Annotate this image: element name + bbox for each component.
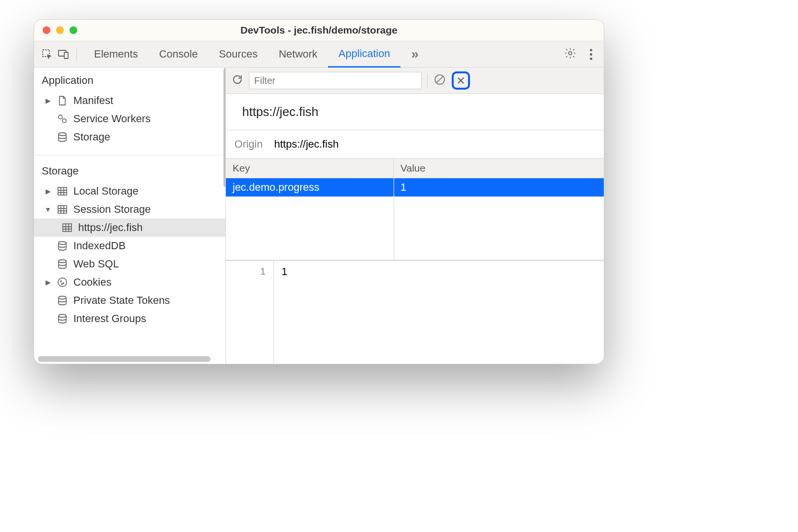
delete-selected-button[interactable] xyxy=(452,71,470,90)
table-body: jec.demo.progress 1 xyxy=(226,178,604,260)
scrollbar-thumb[interactable] xyxy=(223,68,226,187)
svg-point-14 xyxy=(63,283,64,284)
database-icon xyxy=(56,240,69,252)
database-icon xyxy=(56,312,69,325)
database-icon xyxy=(56,131,69,143)
table-icon xyxy=(61,221,73,234)
section-storage-title: Storage xyxy=(34,158,225,182)
refresh-icon[interactable] xyxy=(232,74,243,87)
svg-rect-2 xyxy=(64,52,68,58)
filter-input[interactable] xyxy=(254,72,416,89)
cell-value: 1 xyxy=(394,178,604,197)
content-toolbar xyxy=(226,68,604,94)
origin-heading: https://jec.fish xyxy=(226,94,604,130)
svg-rect-8 xyxy=(58,206,67,213)
sidebar-item-manifest[interactable]: ▶ Manifest xyxy=(34,92,225,110)
table-header: Key Value xyxy=(226,159,604,178)
titlebar: DevTools - jec.fish/demo/storage xyxy=(34,20,604,41)
svg-rect-7 xyxy=(58,187,67,195)
svg-point-12 xyxy=(58,278,67,287)
device-toolbar-icon[interactable] xyxy=(57,48,70,60)
line-number: 1 xyxy=(226,261,274,364)
tab-application[interactable]: Application xyxy=(328,41,401,68)
svg-point-16 xyxy=(59,296,66,299)
tab-console[interactable]: Console xyxy=(149,41,209,68)
sidebar-item-indexeddb[interactable]: IndexedDB xyxy=(34,237,225,255)
svg-point-10 xyxy=(59,242,66,244)
origin-value: https://jec.fish xyxy=(274,138,339,150)
svg-point-17 xyxy=(59,314,66,317)
sidebar-item-session-origin[interactable]: https://jec.fish xyxy=(34,219,225,237)
devtools-window: DevTools - jec.fish/demo/storage Element… xyxy=(34,19,604,364)
svg-point-3 xyxy=(569,52,572,55)
value-preview: 1 1 xyxy=(226,260,604,364)
sidebar-item-label: Session Storage xyxy=(73,203,151,216)
sidebar-item-label: https://jec.fish xyxy=(78,221,143,234)
more-options-icon[interactable] xyxy=(585,48,597,60)
origin-label: Origin xyxy=(235,138,263,150)
tab-sources[interactable]: Sources xyxy=(208,41,268,68)
svg-point-5 xyxy=(62,119,66,123)
sidebar-item-service-workers[interactable]: Service Workers xyxy=(34,110,225,128)
sidebar-item-label: Storage xyxy=(73,131,110,143)
sidebar-item-session-storage[interactable]: ▼ Session Storage xyxy=(34,200,225,219)
divider xyxy=(76,47,77,61)
database-icon xyxy=(56,258,69,270)
inspect-icon[interactable] xyxy=(41,48,53,60)
gears-icon xyxy=(56,113,69,125)
storage-content: https://jec.fish Origin https://jec.fish… xyxy=(226,68,604,364)
divider xyxy=(427,73,428,88)
sidebar-item-label: Interest Groups xyxy=(73,312,146,325)
cell-key: jec.demo.progress xyxy=(226,178,394,197)
storage-table: Key Value jec.demo.progress 1 xyxy=(226,159,604,260)
sidebar-item-websql[interactable]: Web SQL xyxy=(34,255,225,273)
sidebar-item-label: Service Workers xyxy=(73,113,151,125)
section-application-title: Application xyxy=(34,68,225,92)
horizontal-scrollbar[interactable] xyxy=(38,356,211,362)
svg-point-6 xyxy=(59,133,66,136)
database-icon xyxy=(56,294,69,307)
sidebar-item-private-state-tokens[interactable]: Private State Tokens xyxy=(34,291,225,310)
application-sidebar: Application ▶ Manifest Service Workers S… xyxy=(34,68,226,364)
svg-point-11 xyxy=(59,260,66,263)
main-area: Application ▶ Manifest Service Workers S… xyxy=(34,68,604,364)
sidebar-item-cookies[interactable]: ▶ Cookies xyxy=(34,273,225,291)
column-divider[interactable] xyxy=(394,178,394,260)
sidebar-item-label: Cookies xyxy=(73,276,111,289)
sidebar-item-label: Private State Tokens xyxy=(73,294,170,307)
sidebar-item-storage[interactable]: Storage xyxy=(34,128,225,146)
cookie-icon xyxy=(56,276,69,289)
origin-row: Origin https://jec.fish xyxy=(226,130,604,159)
sidebar-item-label: Manifest xyxy=(73,94,113,107)
column-value[interactable]: Value xyxy=(394,159,604,178)
panel-tabs: Elements Console Sources Network Applica… xyxy=(83,41,400,68)
sidebar-item-label: Local Storage xyxy=(73,185,139,197)
svg-rect-9 xyxy=(63,224,71,231)
file-icon xyxy=(56,94,69,107)
sidebar-item-local-storage[interactable]: ▶ Local Storage xyxy=(34,182,225,200)
main-toolbar: Elements Console Sources Network Applica… xyxy=(34,41,604,68)
window-title: DevTools - jec.fish/demo/storage xyxy=(34,24,604,36)
settings-icon[interactable] xyxy=(559,47,581,61)
preview-value: 1 xyxy=(274,261,295,364)
svg-point-15 xyxy=(61,284,62,285)
column-key[interactable]: Key xyxy=(226,159,394,178)
sidebar-item-label: IndexedDB xyxy=(73,240,126,252)
more-tabs-button[interactable]: » xyxy=(404,46,424,62)
sidebar-item-interest-groups[interactable]: Interest Groups xyxy=(34,310,225,328)
tab-network[interactable]: Network xyxy=(268,41,328,68)
table-row[interactable]: jec.demo.progress 1 xyxy=(226,178,604,197)
sidebar-item-label: Web SQL xyxy=(73,258,119,270)
tab-elements[interactable]: Elements xyxy=(83,41,149,68)
svg-point-13 xyxy=(60,281,61,282)
table-icon xyxy=(56,185,69,197)
filter-input-wrapper xyxy=(249,72,422,89)
clear-all-icon[interactable] xyxy=(434,73,446,88)
table-icon xyxy=(56,203,69,216)
svg-point-4 xyxy=(59,115,62,119)
